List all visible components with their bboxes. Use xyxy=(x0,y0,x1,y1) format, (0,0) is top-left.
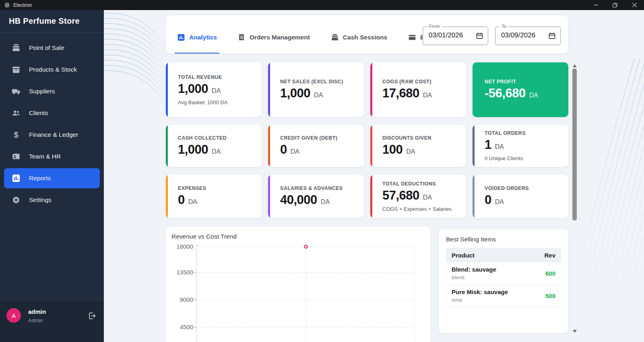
kpi-card-discounts-given: DISCOUNTS GIVEN 100DA xyxy=(370,125,466,167)
people-icon xyxy=(11,108,21,118)
kpi-value: 57,680 xyxy=(382,188,419,203)
kpi-value: 0 xyxy=(485,193,491,207)
sidebar-item-settings[interactable]: Settings xyxy=(4,190,100,210)
kpi-label: TOTAL DEDUCTIONS xyxy=(382,181,466,187)
column-rev: Rev xyxy=(544,252,555,259)
sidebar-item-label: Products & Stock xyxy=(29,66,77,73)
kpi-unit: DA xyxy=(423,194,432,201)
kpi-card-salaries-advances: SALARIES & ADVANCES 40,000DA xyxy=(268,175,364,218)
table-row[interactable]: Blend: sauvage blend 600 xyxy=(446,262,561,285)
tab-label: Analytics xyxy=(189,34,217,41)
sidebar-item-point-of-sale[interactable]: Point of Sale xyxy=(4,38,100,58)
dollar-icon: $ xyxy=(11,130,21,140)
tab-orders-management[interactable]: Orders Management xyxy=(235,22,312,54)
bar-chart-icon xyxy=(177,33,185,41)
kpi-card-net-profit: NET PROFIT -56,680DA xyxy=(473,62,568,117)
calendar-icon[interactable] xyxy=(476,32,483,41)
chart-title: Revenue vs Cost Trend xyxy=(166,227,431,240)
sidebar-item-label: Point of Sale xyxy=(29,44,64,52)
date-from-field[interactable]: From 03/01/2026 xyxy=(423,27,488,45)
sidebar-item-label: Team & HR xyxy=(29,153,61,160)
decorative-arcs-right xyxy=(578,50,644,308)
kpi-label: NET SALES (EXCL DISC) xyxy=(280,79,364,84)
scrollbar-down-arrow[interactable] xyxy=(572,330,577,333)
sidebar-nav: Point of Sale Products & Stock Suppliers… xyxy=(0,33,104,210)
kpi-unit: DA xyxy=(321,198,330,206)
sidebar-item-label: Suppliers xyxy=(29,88,55,95)
calendar-icon[interactable] xyxy=(549,32,555,41)
kpi-unit: DA xyxy=(212,148,221,155)
kpi-value: 1,000 xyxy=(178,142,208,157)
kpi-label: EXPENSES xyxy=(178,185,262,191)
product-category: blend xyxy=(452,274,496,280)
kpi-value: 17,680 xyxy=(382,86,419,101)
table-row[interactable]: Pure Misk: sauvage misk 500 xyxy=(446,285,561,307)
kpi-cards-grid: TOTAL REVENUE 1,000DA Avg Basket: 1000 D… xyxy=(166,62,568,218)
kpi-card-net-sales: NET SALES (EXCL DISC) 1,000DA xyxy=(268,62,364,117)
date-to-label: To xyxy=(500,24,508,29)
revenue-cost-chart-panel: Revenue vs Cost Trend xyxy=(166,227,431,342)
date-to-value[interactable]: 03/09/2026 xyxy=(501,31,535,39)
kpi-label: NET PROFIT xyxy=(485,79,568,84)
sidebar-item-team-hr[interactable]: Team & HR xyxy=(4,146,100,167)
restore-button[interactable] xyxy=(605,0,625,10)
scrollbar-thumb[interactable] xyxy=(572,68,577,220)
kpi-card-cash-collected: CASH COLLECTED 1,000DA xyxy=(166,125,262,167)
user-name: admin xyxy=(28,308,88,315)
sidebar-item-suppliers[interactable]: Suppliers xyxy=(4,81,100,101)
avatar: A xyxy=(6,308,21,323)
kpi-value: 100 xyxy=(382,142,402,157)
column-product: Product xyxy=(452,252,475,259)
kpi-card-expenses: EXPENSES 0DA xyxy=(166,175,262,218)
close-button[interactable] xyxy=(625,0,644,10)
tab-cash-sessions[interactable]: Cash Sessions xyxy=(328,22,390,54)
kpi-unit: DA xyxy=(495,198,504,206)
kpi-value: 1,000 xyxy=(178,82,208,96)
kpi-card-credit-given: CREDIT GIVEN (DEBT) 0DA xyxy=(268,125,364,167)
date-from-value[interactable]: 03/01/2026 xyxy=(429,31,463,39)
user-box: A admin Admin xyxy=(0,300,104,342)
sidebar-item-clients[interactable]: Clients xyxy=(4,103,100,123)
electron-atom-icon xyxy=(4,2,10,8)
kpi-card-total-deductions: TOTAL DEDUCTIONS 57,680DA COGS + Expense… xyxy=(370,175,466,218)
best-selling-header: Product Rev xyxy=(446,248,561,262)
best-selling-panel: Best Selling Items Product Rev Blend: sa… xyxy=(439,229,568,333)
tab-analytics[interactable]: Analytics xyxy=(175,22,219,54)
brand-title: HB Perfume Store xyxy=(0,10,104,33)
product-rev: 600 xyxy=(545,270,555,277)
sidebar-item-label: Reports xyxy=(29,175,51,182)
kpi-unit: DA xyxy=(495,143,504,150)
kpi-label: TOTAL ORDERS xyxy=(485,130,568,136)
sidebar-item-finance-ledger[interactable]: $ Finance & Ledger xyxy=(4,125,100,145)
kpi-unit: DA xyxy=(291,148,299,155)
id-badge-icon xyxy=(11,152,21,161)
minimize-button[interactable] xyxy=(586,0,605,10)
logout-icon[interactable] xyxy=(88,311,97,322)
kpi-card-total-revenue: TOTAL REVENUE 1,000DA Avg Basket: 1000 D… xyxy=(166,62,262,117)
chart-data-point xyxy=(304,245,307,248)
sidebar-item-reports[interactable]: Reports xyxy=(4,168,100,188)
kpi-value: 0 xyxy=(178,193,185,207)
titlebar: Electron xyxy=(0,0,644,10)
app-window: Electron HB Perfume Store xyxy=(0,0,644,342)
sidebar-item-products-stock[interactable]: Products & Stock xyxy=(4,60,100,80)
kpi-label: CASH COLLECTED xyxy=(178,135,262,141)
user-role: Admin xyxy=(28,317,88,323)
scrollbar-up-arrow[interactable] xyxy=(572,64,577,68)
kpi-label: TOTAL REVENUE xyxy=(178,74,262,80)
kpi-label: DISCOUNTS GIVEN xyxy=(382,135,466,141)
kpi-label: VOIDED ORDERS xyxy=(485,185,568,191)
kpi-unit: DA xyxy=(406,148,415,155)
main-content: Analytics Orders Management Cash Session… xyxy=(104,10,644,342)
kpi-subtext: COGS + Expenses + Salaries xyxy=(382,206,466,212)
kpi-label: COGS (RAW COST) xyxy=(382,79,466,84)
date-to-field[interactable]: To 03/09/2026 xyxy=(495,27,561,45)
sidebar-item-label: Settings xyxy=(29,196,52,204)
tab-label: Cash Sessions xyxy=(343,34,387,41)
kpi-unit: DA xyxy=(188,198,197,206)
sidebar-item-label: Finance & Ledger xyxy=(29,131,78,138)
kpi-subtext: Avg Basket: 1000 DA xyxy=(178,99,262,105)
kpi-value: 1 xyxy=(485,138,491,152)
kpi-unit: DA xyxy=(212,87,221,95)
tabs-panel: Analytics Orders Management Cash Session… xyxy=(166,15,568,54)
